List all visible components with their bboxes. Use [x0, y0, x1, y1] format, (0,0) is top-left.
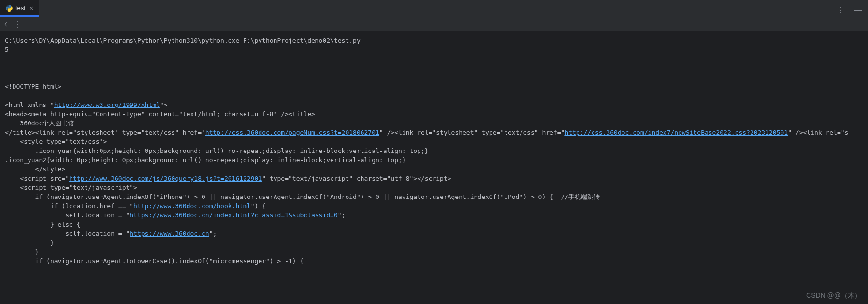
output-line: <head><meta http-equiv="Content-Type" co…	[5, 110, 315, 118]
output-line: } else {	[5, 221, 81, 228]
output-line: 5	[5, 46, 9, 53]
output-line: .icon_yuan2{width: 0px;height: 0px;backg…	[5, 156, 406, 164]
output-url[interactable]: http://www.w3.org/1999/xhtml	[54, 101, 160, 108]
close-tab-icon[interactable]: ×	[29, 5, 33, 12]
output-url[interactable]: https://www.360doc.cn	[130, 230, 209, 237]
console-output[interactable]: C:\Users\DY\AppData\Local\Programs\Pytho…	[0, 32, 868, 270]
sub-more-icon[interactable]: ⋮	[14, 20, 22, 29]
output-line: }	[5, 239, 54, 246]
output-line: if (location.href == "http://www.360doc.…	[5, 202, 266, 210]
output-line: <html xmlns="http://www.w3.org/1999/xhtm…	[5, 101, 168, 108]
output-line: self.location = "https://www.360doc.cn/i…	[5, 212, 345, 219]
output-line: self.location = "https://www.360doc.cn";	[5, 230, 217, 237]
collapse-icon[interactable]	[4, 21, 9, 28]
editor-tab-test[interactable]: test ×	[0, 0, 39, 17]
output-line: if (navigator.userAgent.indexOf("iPhone"…	[5, 193, 600, 200]
tab-bar: test ×	[0, 0, 868, 17]
output-line: <script type="text/javascript">	[5, 184, 137, 191]
output-url[interactable]: https://www.360doc.cn/index.html?classid…	[130, 212, 337, 219]
title-bar-controls: ⋮ —	[837, 5, 862, 15]
output-line: <style type="text/css">	[5, 138, 107, 145]
output-line: 360doc个人图书馆	[5, 120, 74, 127]
output-line: if (navigator.userAgent.toLowerCase().in…	[5, 258, 304, 265]
output-line: C:\Users\DY\AppData\Local\Programs\Pytho…	[5, 37, 361, 44]
output-url[interactable]: http://www.360doc.com/book.html	[133, 202, 251, 210]
output-url[interactable]: http://www.360doc.com/js/360query18.js?t…	[69, 175, 262, 182]
tab-label: test	[15, 4, 26, 12]
minimize-icon[interactable]: —	[854, 5, 862, 15]
output-line: </title><link rel="stylesheet" type="tex…	[5, 129, 848, 136]
output-url[interactable]: http://css.360doc.com/index7/newSiteBase…	[564, 129, 788, 136]
output-line: <script src="http://www.360doc.com/js/36…	[5, 175, 451, 182]
output-line: </style>	[5, 166, 65, 173]
output-url[interactable]: http://css.360doc.com/pageNum.css?t=2018…	[205, 129, 379, 136]
more-options-icon[interactable]: ⋮	[837, 5, 845, 15]
watermark-text: CSDN @@（木）	[806, 291, 861, 300]
tool-sub-bar: ⋮	[0, 17, 868, 32]
python-file-icon	[6, 5, 13, 12]
output-line: }	[5, 248, 39, 256]
output-line: .icon_yuan{width:0px;height: 0px;backgro…	[5, 147, 429, 154]
output-line: <!DOCTYPE html>	[5, 83, 61, 90]
